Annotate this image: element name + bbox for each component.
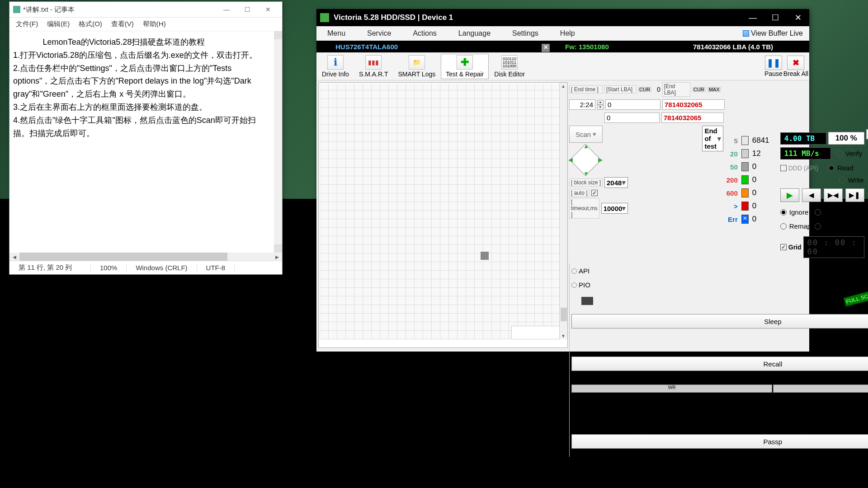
arrow-right-icon[interactable]: ▶ (598, 156, 603, 163)
arrow-down-icon[interactable]: ▼ (583, 170, 589, 177)
swatch-icon (741, 175, 749, 184)
tool-drive-info[interactable]: ℹDrive Info (317, 54, 354, 79)
play-button[interactable]: ▶ (780, 188, 799, 202)
ignore-radio[interactable] (780, 209, 787, 216)
close-button[interactable]: ✕ (258, 3, 278, 16)
end-lba-input-2[interactable]: 7814032065 (661, 113, 724, 123)
menu-edit[interactable]: 编辑(E) (42, 18, 74, 30)
scroll-thumb[interactable] (19, 253, 227, 261)
scan-block-marker (481, 252, 489, 260)
auto-checkbox[interactable] (591, 190, 598, 196)
rd-button[interactable]: RD (773, 385, 868, 393)
write-label: Write (848, 176, 864, 184)
grid-checkbox[interactable] (780, 244, 787, 250)
plus-icon: ✚ (457, 55, 473, 70)
end-time-value: 2:24 (569, 99, 595, 110)
recall-button[interactable]: Recall (571, 357, 868, 371)
menu-file[interactable]: 文件(F) (11, 18, 42, 30)
menu-language[interactable]: Language (448, 27, 501, 40)
erase-radio[interactable] (815, 209, 821, 216)
pio-radio[interactable] (571, 282, 577, 288)
break-all-button[interactable]: ✖Break All (783, 56, 808, 77)
capacity-readout: 4.00 TB (780, 132, 826, 145)
binary-icon: 010110101011101000 (501, 55, 518, 70)
tool-smart[interactable]: ▮▮▮S.M.A.R.T (354, 54, 393, 79)
end-time-spinner[interactable]: ▴▾ (597, 100, 604, 110)
minimize-button[interactable]: — (216, 3, 237, 16)
text-line: 2.点击任务栏中的"Settings"，之后点击弹出窗口上方的"Tests op… (13, 62, 263, 101)
swatch-icon (741, 188, 749, 197)
folder-icon: 📁 (409, 55, 425, 70)
notepad-textarea[interactable]: LemonTea的Victoria5.28扫描硬盘坏道的教程 1.打开Victo… (9, 31, 282, 253)
menu-menu[interactable]: Menu (316, 27, 356, 40)
menu-actions[interactable]: Actions (402, 27, 447, 40)
maximize-button[interactable]: ☐ (237, 3, 258, 16)
tool-disk-editor[interactable]: 010110101011101000Disk Editor (490, 54, 529, 79)
vic-maximize[interactable]: ☐ (764, 9, 787, 26)
vic-minimize[interactable]: — (741, 9, 764, 26)
skip-button[interactable]: ▶❚ (845, 188, 864, 202)
read-radio[interactable] (828, 165, 835, 171)
sleep-button[interactable]: Sleep (571, 314, 868, 328)
notepad-hscroll[interactable]: ◂ ▸ (9, 253, 282, 261)
tool-smart-logs[interactable]: 📁SMART Logs (393, 54, 440, 79)
scroll-left-arrow[interactable]: ◂ (9, 253, 19, 261)
api-radio[interactable] (571, 268, 577, 274)
swatch-icon (741, 136, 749, 145)
block-size-combo[interactable]: 2048 (604, 177, 628, 188)
menu-format[interactable]: 格式(O) (74, 18, 107, 30)
start-lba-input[interactable]: 0 (605, 99, 660, 110)
wr-button[interactable]: WR (571, 385, 772, 393)
max-badge[interactable]: MAX (708, 87, 721, 92)
encoding: UTF-8 (197, 264, 235, 272)
end-lba-label: [End LBA] (662, 82, 690, 97)
direction-pad[interactable]: ▲ ▼ ◀ ▶ (569, 144, 602, 176)
scroll-right-arrow[interactable]: ▸ (272, 253, 282, 261)
menu-service[interactable]: Service (356, 27, 402, 40)
buffer-icon (743, 30, 749, 37)
pause-button[interactable]: ❚❚Pause (764, 56, 783, 77)
menu-help[interactable]: Help (549, 27, 586, 40)
start-lba-input-2[interactable]: 0 (604, 113, 660, 123)
menu-help[interactable]: 帮助(H) (138, 18, 170, 30)
notepad-icon (13, 6, 20, 13)
cursor-position: 第 11 行, 第 20 列 (9, 263, 91, 272)
cur-badge-2[interactable]: CUR (692, 87, 706, 92)
scan-button[interactable]: Scan (569, 126, 603, 143)
arrow-up-icon[interactable]: ▲ (583, 143, 589, 150)
victoria-titlebar[interactable]: Victoria 5.28 HDD/SSD | Device 1 — ☐ ✕ (316, 9, 809, 26)
refresh-radio[interactable] (815, 223, 821, 230)
step-button[interactable]: ▶◀ (824, 188, 843, 202)
end-lba-input[interactable]: 7814032065 (662, 99, 725, 110)
block-err: Err✕0 (725, 215, 775, 224)
rewind-button[interactable]: ◀ (802, 188, 821, 202)
end-time-label: [ End time ] (569, 85, 603, 94)
notepad-titlebar[interactable]: *讲解.txt - 记事本 — ☐ ✕ (9, 2, 282, 18)
verify-radio[interactable] (836, 150, 843, 157)
notepad-vscroll[interactable] (274, 31, 282, 253)
write-radio[interactable] (839, 177, 845, 183)
vic-close[interactable]: ✕ (787, 9, 809, 26)
timeout-combo[interactable]: 10000 (601, 203, 628, 214)
lba-capacity: 7814032066 LBA (4.0 TB) (679, 43, 787, 51)
menu-view[interactable]: 查看(V) (107, 18, 138, 30)
tool-test-repair[interactable]: ✚Test & Repair (441, 54, 489, 79)
passp-button[interactable]: Passp (571, 434, 868, 449)
cur-badge[interactable]: CUR (638, 87, 651, 92)
ddd-checkbox[interactable] (780, 165, 787, 171)
remap-radio[interactable] (780, 223, 787, 230)
view-buffer-live[interactable]: View Buffer Live (739, 28, 807, 39)
info-icon: ℹ (327, 55, 344, 70)
stop-icon: ✖ (787, 56, 804, 70)
menu-settings[interactable]: Settings (501, 27, 549, 40)
mode-indicator (581, 297, 593, 305)
arrow-left-icon[interactable]: ◀ (568, 156, 573, 163)
ddd-label: DDD (API) (788, 164, 818, 172)
drive-selector[interactable]: HUS726T4TALA600 (316, 43, 552, 51)
cur-value: 0 (653, 86, 660, 93)
scan-control-panel: [ End time ] [Start LBA] CUR 0 [End LBA]… (568, 80, 868, 350)
end-of-test-combo[interactable]: End of test (702, 126, 723, 151)
scroll-thumb[interactable] (561, 308, 567, 321)
scan-vscroll[interactable] (559, 83, 567, 339)
start-lba-label: [Start LBA] (604, 85, 636, 94)
